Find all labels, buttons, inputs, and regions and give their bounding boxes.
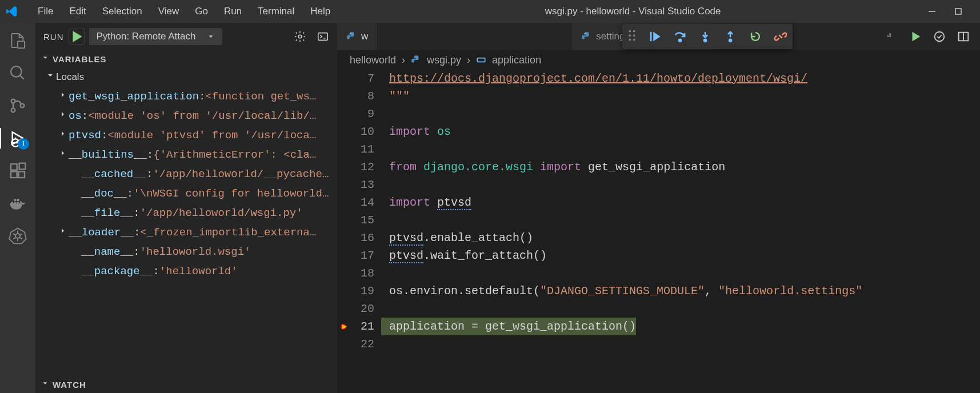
line-content[interactable]: ptvsd.enable_attach() bbox=[381, 229, 533, 247]
code-line[interactable]: 12from django.core.wsgi import get_wsgi_… bbox=[337, 158, 980, 176]
restart-button[interactable] bbox=[749, 30, 762, 43]
line-content[interactable] bbox=[381, 335, 389, 353]
kubernetes-icon[interactable] bbox=[9, 227, 27, 245]
variable-row[interactable]: __package__: 'helloworld' bbox=[35, 262, 337, 281]
extensions-icon[interactable] bbox=[9, 162, 27, 180]
variable-row[interactable]: os: <module 'os' from '/usr/local/lib/… bbox=[35, 106, 337, 126]
continue-button[interactable] bbox=[649, 30, 661, 43]
line-content[interactable] bbox=[381, 141, 389, 158]
line-content[interactable]: from django.core.wsgi import get_wsgi_ap… bbox=[381, 158, 725, 176]
menu-edit[interactable]: Edit bbox=[61, 1, 94, 22]
glyph-margin[interactable] bbox=[337, 87, 350, 105]
glyph-margin[interactable] bbox=[337, 70, 350, 87]
line-content[interactable]: import os bbox=[381, 123, 451, 141]
menu-view[interactable]: View bbox=[150, 1, 187, 22]
step-over-button[interactable] bbox=[674, 30, 686, 43]
code-line[interactable]: 21application = get_wsgi_application() bbox=[337, 318, 980, 335]
gear-icon[interactable] bbox=[294, 30, 306, 43]
glyph-margin[interactable] bbox=[337, 123, 350, 141]
docker-icon[interactable] bbox=[9, 194, 27, 212]
code-line[interactable]: 18 bbox=[337, 264, 980, 282]
menu-help[interactable]: Help bbox=[302, 1, 338, 22]
glyph-margin[interactable] bbox=[337, 141, 350, 158]
line-content[interactable]: https://docs.djangoproject.com/en/1.11/h… bbox=[381, 70, 807, 87]
menu-file[interactable]: File bbox=[30, 1, 61, 22]
glyph-margin[interactable] bbox=[337, 229, 350, 247]
code-line[interactable]: 16ptvsd.enable_attach() bbox=[337, 229, 980, 247]
line-content[interactable] bbox=[381, 300, 389, 318]
step-out-button[interactable] bbox=[724, 30, 737, 43]
menu-go[interactable]: Go bbox=[187, 1, 216, 22]
maximize-icon[interactable] bbox=[954, 7, 963, 16]
variable-row[interactable]: __builtins__: {'ArithmeticError': <cla… bbox=[35, 145, 337, 165]
code-line[interactable]: 15 bbox=[337, 211, 980, 229]
minimize-icon[interactable] bbox=[927, 7, 937, 16]
code-line[interactable]: 19os.environ.setdefault("DJANGO_SETTINGS… bbox=[337, 282, 980, 300]
line-content[interactable] bbox=[381, 176, 389, 194]
code-line[interactable]: 11 bbox=[337, 141, 980, 158]
glyph-margin[interactable] bbox=[337, 300, 350, 318]
code-line[interactable]: 13 bbox=[337, 176, 980, 194]
locals-scope[interactable]: Locals bbox=[35, 67, 337, 87]
variable-row[interactable]: get_wsgi_application: <function get_ws… bbox=[35, 87, 337, 106]
breadcrumb-file[interactable]: wsgi.py bbox=[427, 54, 461, 66]
source-control-icon[interactable] bbox=[9, 97, 27, 115]
code-line[interactable]: 14import ptvsd bbox=[337, 194, 980, 211]
code-line[interactable]: 22 bbox=[337, 335, 980, 353]
line-content[interactable] bbox=[381, 105, 389, 123]
glyph-margin[interactable] bbox=[337, 335, 350, 353]
breadcrumb-symbol[interactable]: application bbox=[492, 54, 541, 66]
code-line[interactable]: 9 bbox=[337, 105, 980, 123]
debug-console-icon[interactable] bbox=[317, 30, 329, 43]
docker-indicator-icon[interactable] bbox=[885, 30, 898, 43]
breadcrumbs[interactable]: helloworld › wsgi.py › application bbox=[337, 50, 980, 70]
code-line[interactable]: 7https://docs.djangoproject.com/en/1.11/… bbox=[337, 70, 980, 87]
search-icon[interactable] bbox=[9, 64, 27, 82]
line-content[interactable]: """ bbox=[381, 87, 410, 105]
glyph-margin[interactable] bbox=[337, 158, 350, 176]
line-content[interactable] bbox=[381, 264, 389, 282]
start-debug-button[interactable] bbox=[69, 29, 85, 45]
minimap[interactable] bbox=[970, 70, 980, 393]
glyph-margin[interactable] bbox=[337, 211, 350, 229]
run-debug-icon[interactable]: 1 bbox=[9, 129, 27, 147]
run-file-button[interactable] bbox=[909, 30, 922, 43]
debug-toolbar[interactable] bbox=[622, 24, 793, 49]
variable-row[interactable]: __name__: 'helloworld.wsgi' bbox=[35, 242, 337, 262]
variable-row[interactable]: __cached__: '/app/helloworld/__pycache… bbox=[35, 165, 337, 184]
breadcrumb-folder[interactable]: helloworld bbox=[350, 54, 396, 66]
line-content[interactable]: import ptvsd bbox=[381, 194, 471, 211]
variable-row[interactable]: __file__: '/app/helloworld/wsgi.py' bbox=[35, 203, 337, 223]
split-editor-icon[interactable] bbox=[957, 30, 970, 43]
line-content[interactable]: application = get_wsgi_application() bbox=[381, 318, 636, 335]
watch-section-header[interactable]: WATCH bbox=[35, 376, 337, 393]
menu-terminal[interactable]: Terminal bbox=[250, 1, 302, 22]
menu-run[interactable]: Run bbox=[216, 1, 250, 22]
variable-row[interactable]: __doc__: '\nWSGI config for helloworld… bbox=[35, 184, 337, 203]
coverage-icon[interactable] bbox=[933, 30, 946, 43]
code-line[interactable]: 8""" bbox=[337, 87, 980, 105]
glyph-margin[interactable] bbox=[337, 318, 350, 335]
glyph-margin[interactable] bbox=[337, 247, 350, 264]
debug-config-select[interactable]: Python: Remote Attach bbox=[89, 28, 223, 45]
variable-row[interactable]: __loader__: <_frozen_importlib_externa… bbox=[35, 223, 337, 242]
glyph-margin[interactable] bbox=[337, 176, 350, 194]
tab-wsgi[interactable]: w bbox=[337, 23, 378, 50]
glyph-margin[interactable] bbox=[337, 282, 350, 300]
step-into-button[interactable] bbox=[699, 30, 711, 43]
explorer-icon[interactable] bbox=[9, 31, 27, 50]
code-line[interactable]: 20 bbox=[337, 300, 980, 318]
glyph-margin[interactable] bbox=[337, 264, 350, 282]
disconnect-button[interactable] bbox=[774, 30, 787, 43]
line-content[interactable]: os.environ.setdefault("DJANGO_SETTINGS_M… bbox=[381, 282, 862, 300]
code-line[interactable]: 10import os bbox=[337, 123, 980, 141]
line-content[interactable]: ptvsd.wait_for_attach() bbox=[381, 247, 547, 264]
variable-row[interactable]: ptvsd: <module 'ptvsd' from '/usr/loca… bbox=[35, 126, 337, 145]
code-editor[interactable]: 7https://docs.djangoproject.com/en/1.11/… bbox=[337, 70, 980, 393]
drag-handle-icon[interactable] bbox=[628, 30, 636, 44]
glyph-margin[interactable] bbox=[337, 194, 350, 211]
variables-section-header[interactable]: VARIABLES bbox=[35, 50, 337, 67]
line-content[interactable] bbox=[381, 211, 389, 229]
menu-selection[interactable]: Selection bbox=[94, 1, 150, 22]
code-line[interactable]: 17ptvsd.wait_for_attach() bbox=[337, 247, 980, 264]
